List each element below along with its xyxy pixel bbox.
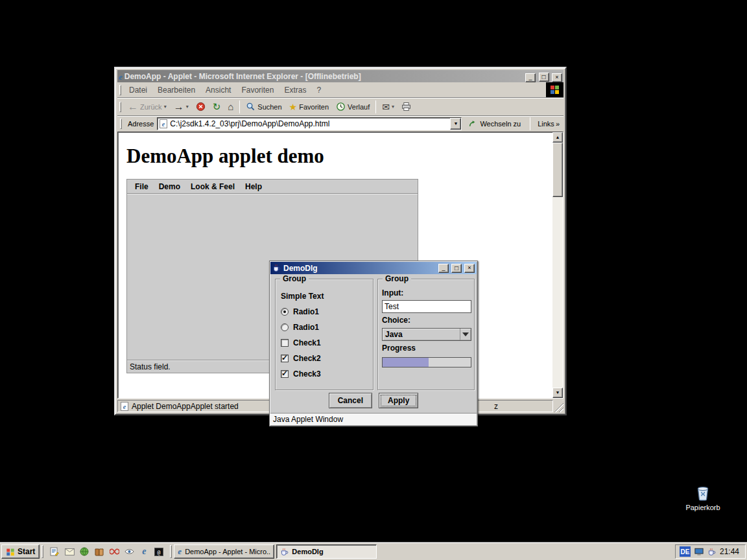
demodlg-title: DemoDlg bbox=[283, 264, 436, 273]
menu-datei[interactable]: Datei bbox=[124, 86, 152, 95]
menu-ansicht[interactable]: Ansicht bbox=[200, 86, 236, 95]
progress-label: Progress bbox=[382, 341, 470, 355]
input-label: Input: bbox=[382, 286, 470, 300]
radio2-button[interactable] bbox=[281, 323, 289, 331]
progress-fill bbox=[383, 358, 429, 367]
vertical-scrollbar[interactable]: ▲ ▼ bbox=[552, 132, 563, 398]
back-button[interactable]: ← Zurück ▾ bbox=[124, 99, 170, 115]
red-loop-icon[interactable] bbox=[108, 546, 120, 557]
left-group-panel: Group Simple Text Radio1 Radio1 Check1 C… bbox=[275, 279, 374, 390]
svg-text:@: @ bbox=[158, 549, 161, 555]
menu-hilfe[interactable]: ? bbox=[311, 86, 326, 95]
address-input[interactable]: e C:\j2sdk1.4.2_03\prj\DemoApp\DemoApp.h… bbox=[157, 117, 462, 130]
choice-combobox[interactable]: Java bbox=[382, 328, 471, 341]
input-field[interactable] bbox=[382, 300, 471, 313]
stop-icon bbox=[196, 102, 206, 111]
eye-icon[interactable] bbox=[123, 546, 135, 557]
ie-task-icon: e bbox=[178, 546, 182, 557]
forward-dropdown-icon[interactable]: ▾ bbox=[186, 104, 189, 110]
task-demoapp[interactable]: e DemoApp - Applet - Micro... bbox=[174, 544, 274, 559]
ie-titlebar[interactable]: e DemoApp - Applet - Microsoft Internet … bbox=[117, 70, 563, 82]
search-button[interactable]: Suchen bbox=[243, 99, 285, 115]
demodlg-titlebar[interactable]: DemoDlg _ □ × bbox=[270, 262, 477, 274]
taskbar-divider bbox=[42, 545, 43, 558]
stop-button[interactable] bbox=[193, 99, 209, 115]
applet-menu-file[interactable]: File bbox=[130, 182, 154, 191]
print-button[interactable] bbox=[398, 99, 414, 115]
close-button[interactable]: × bbox=[552, 73, 562, 82]
menu-favoriten[interactable]: Favoriten bbox=[236, 86, 279, 95]
forward-button[interactable]: → ▾ bbox=[171, 99, 192, 115]
radio1-label: Radio1 bbox=[293, 307, 319, 316]
history-button[interactable]: Verlauf bbox=[333, 99, 373, 115]
taskbar-clock[interactable]: 21:44 bbox=[720, 547, 739, 556]
maximize-button[interactable]: □ bbox=[539, 73, 549, 82]
globe-icon[interactable] bbox=[78, 546, 90, 557]
resize-grip[interactable] bbox=[554, 400, 563, 412]
check2-checkbox[interactable] bbox=[281, 355, 289, 362]
home-button[interactable]: ⌂ bbox=[224, 99, 237, 115]
system-tray: DE 21:44 bbox=[675, 544, 746, 559]
dialog-minimize-button[interactable]: _ bbox=[438, 264, 449, 273]
ie-brand-logo bbox=[546, 82, 563, 97]
scrollbar-track[interactable] bbox=[552, 143, 563, 388]
go-button[interactable]: Wechseln zu bbox=[465, 120, 525, 128]
mail-quick-icon[interactable] bbox=[64, 546, 75, 557]
minimize-button[interactable]: _ bbox=[525, 73, 536, 82]
address-dropdown-button[interactable]: ▼ bbox=[450, 118, 461, 130]
check-row-1[interactable]: Check1 bbox=[281, 335, 368, 351]
toolbar-drag-handle[interactable] bbox=[119, 102, 121, 112]
cancel-button[interactable]: Cancel bbox=[329, 393, 372, 408]
scrollbar-thumb[interactable] bbox=[552, 143, 563, 197]
applet-menu-lookfeel[interactable]: Look & Feel bbox=[185, 182, 240, 191]
taskbar-divider bbox=[170, 545, 172, 558]
links-bar[interactable]: Links » bbox=[536, 120, 562, 128]
scroll-up-button[interactable]: ▲ bbox=[552, 132, 563, 143]
mail-dropdown-icon[interactable]: ▾ bbox=[392, 104, 394, 110]
simple-text-label: Simple Text bbox=[281, 292, 324, 301]
dialog-close-button[interactable]: × bbox=[464, 264, 475, 273]
progress-bar bbox=[382, 357, 471, 368]
combo-arrow-button[interactable] bbox=[460, 329, 471, 340]
recycle-bin-desktop-icon[interactable]: Papierkorb bbox=[683, 482, 723, 511]
mail-button[interactable]: ✉ ▾ bbox=[379, 99, 397, 115]
applet-menu-help[interactable]: Help bbox=[240, 182, 267, 191]
compose-page-icon[interactable] bbox=[49, 546, 60, 557]
book-icon[interactable] bbox=[93, 546, 105, 557]
terminal-icon[interactable]: @ bbox=[153, 546, 165, 557]
check-row-2[interactable]: Check2 bbox=[281, 351, 368, 366]
svg-text:e: e bbox=[162, 121, 165, 128]
radio1-button[interactable] bbox=[281, 308, 289, 316]
check1-checkbox[interactable] bbox=[281, 339, 289, 347]
menu-bearbeiten[interactable]: Bearbeiten bbox=[152, 86, 200, 95]
forward-icon: → bbox=[174, 102, 184, 112]
favorites-button[interactable]: ★ Favoriten bbox=[286, 99, 332, 115]
status-zone-fragment: z bbox=[494, 402, 498, 411]
check3-checkbox[interactable] bbox=[281, 370, 289, 378]
check2-label: Check2 bbox=[293, 354, 321, 363]
task-demodlg[interactable]: DemoDlg bbox=[276, 544, 377, 559]
back-dropdown-icon[interactable]: ▾ bbox=[164, 104, 167, 110]
refresh-button[interactable]: ↻ bbox=[209, 99, 224, 115]
check-row-3[interactable]: Check3 bbox=[281, 366, 368, 382]
start-button[interactable]: Start bbox=[1, 544, 40, 559]
menu-extras[interactable]: Extras bbox=[279, 86, 311, 95]
print-icon bbox=[401, 102, 411, 111]
radio-row-1[interactable]: Radio1 bbox=[281, 304, 368, 320]
display-tray-icon[interactable] bbox=[694, 548, 704, 556]
addressbar-drag-handle[interactable] bbox=[120, 119, 122, 129]
right-group-title: Group bbox=[383, 274, 411, 283]
scroll-down-button[interactable]: ▼ bbox=[552, 388, 563, 398]
address-value: C:\j2sdk1.4.2_03\prj\DemoApp\DemoApp.htm… bbox=[170, 119, 447, 128]
ie-quick-icon[interactable]: e bbox=[138, 546, 150, 557]
links-chevron-icon[interactable]: » bbox=[556, 120, 560, 128]
dialog-maximize-button[interactable]: □ bbox=[451, 264, 462, 273]
language-indicator[interactable]: DE bbox=[680, 546, 691, 557]
menubar-drag-handle[interactable] bbox=[119, 85, 121, 95]
apply-button[interactable]: Apply bbox=[379, 393, 418, 408]
mail-icon: ✉ bbox=[382, 102, 390, 112]
java-tray-icon[interactable] bbox=[707, 548, 716, 556]
applet-menu-demo[interactable]: Demo bbox=[154, 182, 185, 191]
recycle-bin-icon bbox=[683, 482, 723, 502]
radio-row-2[interactable]: Radio1 bbox=[281, 320, 368, 335]
